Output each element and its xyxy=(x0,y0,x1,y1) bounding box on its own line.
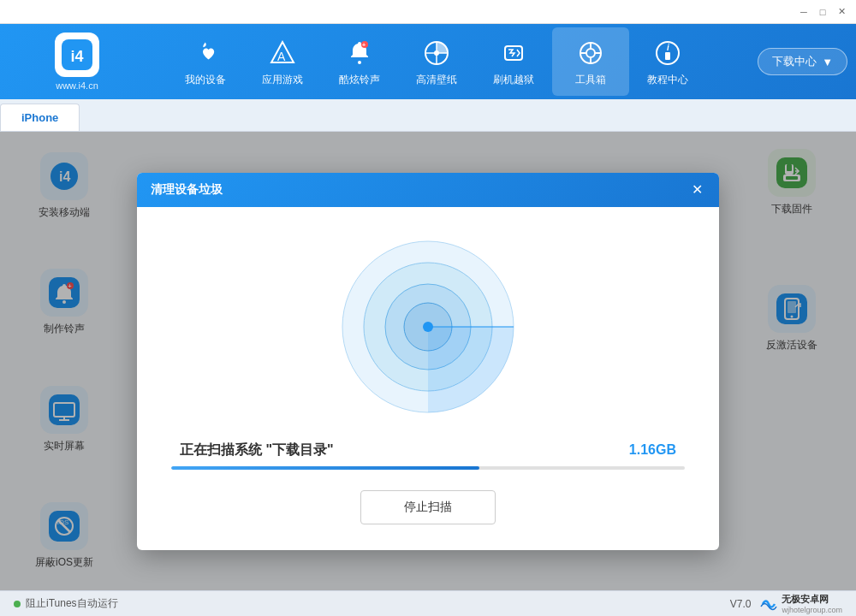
svg-text:i: i xyxy=(667,43,669,52)
svg-text:i4: i4 xyxy=(70,48,83,65)
status-indicator xyxy=(14,601,21,607)
svg-text:A: A xyxy=(277,50,286,63)
svg-text:+: + xyxy=(362,42,366,48)
modal-overlay: 清理设备垃圾 ✕ xyxy=(0,132,856,590)
nav-apps-games-label: 应用游戏 xyxy=(262,73,303,87)
nav-jailbreak-label: 刷机越狱 xyxy=(493,73,534,87)
jailbreak-icon xyxy=(497,37,530,69)
nav-ringtones-label: 酷炫铃声 xyxy=(339,73,380,87)
toolbox-icon xyxy=(574,37,607,69)
version-text: V7.0 xyxy=(730,598,752,610)
app-store-icon: A xyxy=(266,37,299,69)
logo-area: i4 www.i4.cn xyxy=(9,33,146,91)
nav-wallpapers[interactable]: 高清壁纸 xyxy=(398,27,475,96)
modal-header: 清理设备垃圾 ✕ xyxy=(137,173,719,207)
scan-modal: 清理设备垃圾 ✕ xyxy=(137,173,719,550)
nav-apps-games[interactable]: A 应用游戏 xyxy=(244,27,321,96)
scan-text: 正在扫描系统 "下载目录" xyxy=(180,441,334,459)
scan-size: 1.16GB xyxy=(629,442,676,458)
download-center-label: 下载中心 xyxy=(772,54,817,69)
scan-progress-bar xyxy=(171,466,685,470)
nav-tutorials[interactable]: i 教程中心 xyxy=(629,27,706,96)
nav-my-device[interactable]: 我的设备 xyxy=(167,27,244,96)
status-text: 阻止iTunes自动运行 xyxy=(26,596,118,611)
svg-point-12 xyxy=(586,49,595,57)
watermark-logo-icon xyxy=(759,595,778,613)
download-center-button[interactable]: 下载中心 ▼ xyxy=(758,48,847,75)
stop-scan-button[interactable]: 停止扫描 xyxy=(360,490,496,524)
header: i4 www.i4.cn 我的设备 A 应用游戏 xyxy=(0,24,856,99)
watermark: 无极安卓网 wjhotelgroup.com xyxy=(759,593,842,614)
status-bar: 阻止iTunes自动运行 V7.0 无极安卓网 wjhotelgroup.com xyxy=(0,590,856,616)
minimize-button[interactable]: ─ xyxy=(796,4,811,20)
modal-title: 清理设备垃圾 xyxy=(151,182,223,198)
title-bar: ─ □ ✕ xyxy=(0,0,856,24)
nav-tutorials-label: 教程中心 xyxy=(647,73,688,87)
scan-animation xyxy=(334,233,522,421)
bell-icon: + xyxy=(343,37,376,69)
close-button[interactable]: ✕ xyxy=(834,4,849,20)
nav-toolbox-label: 工具箱 xyxy=(575,73,606,87)
watermark-name: 无极安卓网 xyxy=(782,593,842,606)
app-logo: i4 xyxy=(55,33,99,77)
wallpaper-icon xyxy=(420,37,453,69)
logo-url: www.i4.cn xyxy=(56,80,98,91)
scan-progress-fill xyxy=(171,466,479,470)
scan-status: 正在扫描系统 "下载目录" 1.16GB xyxy=(171,441,685,459)
maximize-button[interactable]: □ xyxy=(815,4,830,20)
download-arrow-icon: ▼ xyxy=(822,56,833,68)
tab-bar: iPhone xyxy=(0,99,856,132)
svg-rect-19 xyxy=(665,52,670,60)
nav-toolbox[interactable]: 工具箱 xyxy=(552,27,629,96)
apple-icon xyxy=(189,37,222,69)
svg-point-3 xyxy=(358,61,361,64)
info-icon: i xyxy=(651,37,684,69)
nav-my-device-label: 我的设备 xyxy=(185,73,226,87)
main-content: i4 安装移动端 + 制作铃声 实时屏幕 xyxy=(0,132,856,590)
status-left: 阻止iTunes自动运行 xyxy=(14,596,118,611)
modal-body: 正在扫描系统 "下载目录" 1.16GB 停止扫描 xyxy=(137,207,719,550)
watermark-url: wjhotelgroup.com xyxy=(782,606,842,614)
nav-jailbreak[interactable]: 刷机越狱 xyxy=(475,27,552,96)
nav-ringtones[interactable]: + 酷炫铃声 xyxy=(321,27,398,96)
header-right: 下载中心 ▼ xyxy=(728,48,847,75)
modal-close-button[interactable]: ✕ xyxy=(688,181,705,198)
nav-bar: 我的设备 A 应用游戏 + 酷炫铃声 xyxy=(146,27,728,96)
nav-wallpapers-label: 高清壁纸 xyxy=(416,73,457,87)
tab-iphone[interactable]: iPhone xyxy=(0,104,80,131)
